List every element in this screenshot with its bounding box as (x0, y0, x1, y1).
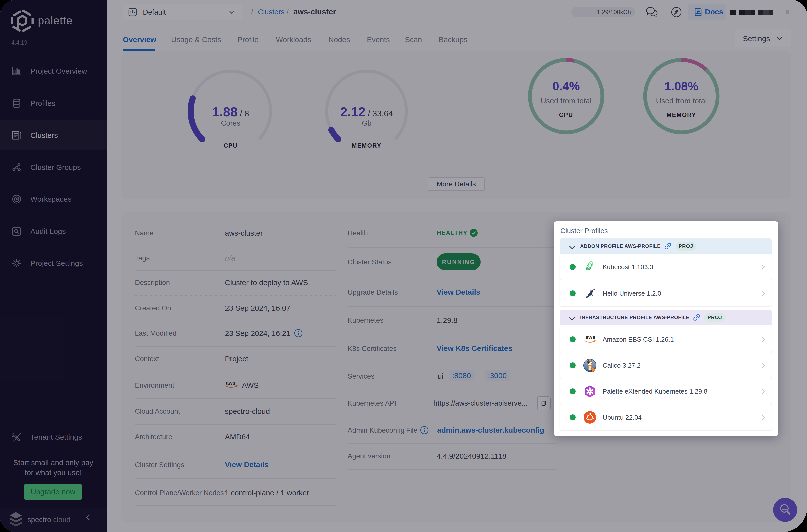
svg-text:aws: aws (585, 334, 595, 340)
